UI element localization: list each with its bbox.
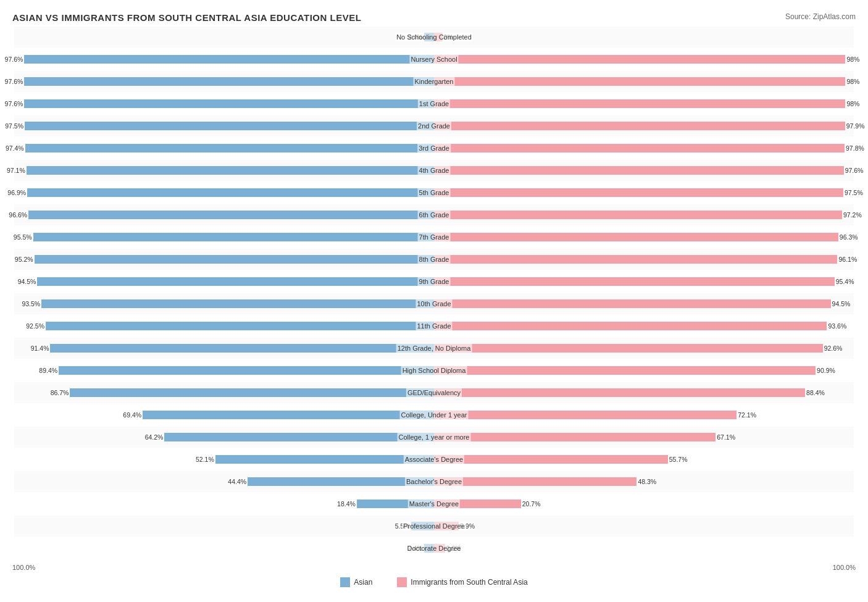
val-left: 96.6%	[9, 211, 27, 219]
bar-pink	[434, 188, 843, 197]
row-pair: 11th Grade92.5%93.6%	[14, 316, 854, 337]
legend-asian: Asian	[340, 577, 372, 587]
val-left: 97.4%	[6, 144, 24, 153]
bar-blue	[50, 344, 434, 353]
val-left: 97.6%	[5, 77, 23, 86]
val-right: 20.7%	[522, 500, 541, 508]
val-left: 93.5%	[22, 299, 40, 308]
bar-blue	[37, 277, 434, 286]
val-right: 97.5%	[845, 188, 863, 197]
row-label: 5th Grade	[418, 188, 451, 197]
legend-immigrants-box	[397, 577, 407, 587]
bar-blue	[24, 55, 434, 64]
row-label: No Schooling Completed	[395, 33, 473, 41]
legend-immigrants: Immigrants from South Central Asia	[397, 577, 527, 587]
row-pair: High School Diploma89.4%90.9%	[14, 360, 854, 381]
bar-pink	[434, 233, 838, 241]
axis-left: 100.0%	[12, 564, 35, 571]
row-label: 10th Grade	[415, 299, 452, 308]
row-label: Master's Degree	[408, 500, 460, 508]
val-right: 98%	[846, 55, 859, 64]
row-pair: 6th Grade96.6%97.2%	[14, 204, 854, 225]
bar-pink	[434, 77, 845, 86]
bar-blue	[27, 188, 434, 197]
row-pair: 3rd Grade97.4%97.8%	[14, 138, 854, 159]
row-pair: 8th Grade95.2%96.1%	[14, 249, 854, 270]
row-label: Associate's Degree	[404, 455, 464, 464]
bar-blue	[59, 366, 434, 375]
row-label: 6th Grade	[418, 211, 451, 219]
val-left: 44.4%	[228, 477, 246, 486]
val-right: 67.1%	[717, 433, 735, 441]
bar-pink	[434, 299, 831, 308]
row-pair: 1st Grade97.6%98%	[14, 93, 854, 114]
bar-blue	[24, 99, 434, 108]
bar-pink	[434, 322, 827, 330]
row-pair: Master's Degree18.4%20.7%	[14, 493, 854, 514]
row-pair: Nursery School97.6%98%	[14, 49, 854, 70]
val-right: 97.9%	[846, 122, 865, 130]
row-pair: Kindergarten97.6%98%	[14, 71, 854, 92]
row-pair: Doctorate Degree2.4%2.6%	[14, 538, 854, 559]
chart-container: ASIAN VS IMMIGRANTS FROM SOUTH CENTRAL A…	[0, 0, 868, 602]
source-label: Source: ZipAtlas.com	[785, 12, 856, 21]
bar-pink	[434, 433, 716, 441]
val-left: 86.7%	[51, 388, 69, 397]
val-right: 92.6%	[824, 344, 843, 353]
row-pair: Professional Degree5.5%5.9%	[14, 516, 854, 537]
bar-blue	[35, 255, 434, 264]
val-left: 18.4%	[337, 500, 356, 508]
val-left: 52.1%	[196, 455, 214, 464]
row-pair: 2nd Grade97.5%97.9%	[14, 115, 854, 136]
val-left: 97.6%	[5, 99, 23, 108]
bar-blue	[215, 455, 434, 464]
row-label: 3rd Grade	[417, 144, 451, 153]
row-label: 7th Grade	[418, 233, 451, 241]
bar-pink	[434, 477, 636, 486]
row-pair: Bachelor's Degree44.4%48.3%	[14, 471, 854, 492]
bar-pink	[434, 366, 816, 375]
row-pair: 9th Grade94.5%95.4%	[14, 271, 854, 292]
row-label: Nursery School	[409, 55, 458, 64]
val-left: 97.5%	[5, 122, 23, 130]
row-pair: 4th Grade97.1%97.6%	[14, 160, 854, 181]
val-left: 95.5%	[14, 233, 32, 241]
bar-pink	[434, 455, 668, 464]
axis-labels: 100.0% 100.0%	[12, 564, 856, 571]
bar-pink	[434, 388, 805, 397]
row-label: 11th Grade	[415, 322, 452, 330]
val-right: 95.4%	[836, 277, 854, 286]
row-label: 8th Grade	[418, 255, 451, 264]
val-right: 90.9%	[817, 366, 835, 375]
bar-pink	[434, 344, 823, 353]
val-left: 64.2%	[145, 433, 164, 441]
row-label: Doctorate Degree	[406, 544, 462, 553]
val-left: 89.4%	[39, 366, 57, 375]
bar-pink	[434, 277, 835, 286]
row-pair: College, Under 1 year69.4%72.1%	[14, 404, 854, 425]
val-left: 97.6%	[5, 55, 23, 64]
row-pair: 10th Grade93.5%94.5%	[14, 293, 854, 314]
val-right: 94.5%	[832, 299, 851, 308]
val-right: 96.3%	[840, 233, 858, 241]
val-right: 48.3%	[638, 477, 656, 486]
bar-blue	[143, 411, 434, 419]
row-label: College, 1 year or more	[398, 433, 471, 441]
val-right: 55.7%	[669, 455, 688, 464]
row-pair: Associate's Degree52.1%55.7%	[14, 449, 854, 470]
bar-blue	[46, 322, 434, 330]
row-pair: GED/Equivalency86.7%88.4%	[14, 382, 854, 403]
row-label: Bachelor's Degree	[405, 477, 463, 486]
legend-immigrants-label: Immigrants from South Central Asia	[411, 578, 527, 587]
bar-blue	[25, 144, 434, 153]
val-right: 96.1%	[838, 255, 857, 264]
row-label: 9th Grade	[418, 277, 451, 286]
val-left: 91.4%	[31, 344, 49, 353]
bar-pink	[434, 166, 844, 175]
row-label: Kindergarten	[414, 77, 455, 86]
val-right: 98%	[846, 99, 859, 108]
val-right: 97.8%	[846, 144, 864, 153]
bar-blue	[24, 77, 434, 86]
row-label: GED/Equivalency	[406, 388, 462, 397]
val-right: 72.1%	[738, 411, 756, 419]
